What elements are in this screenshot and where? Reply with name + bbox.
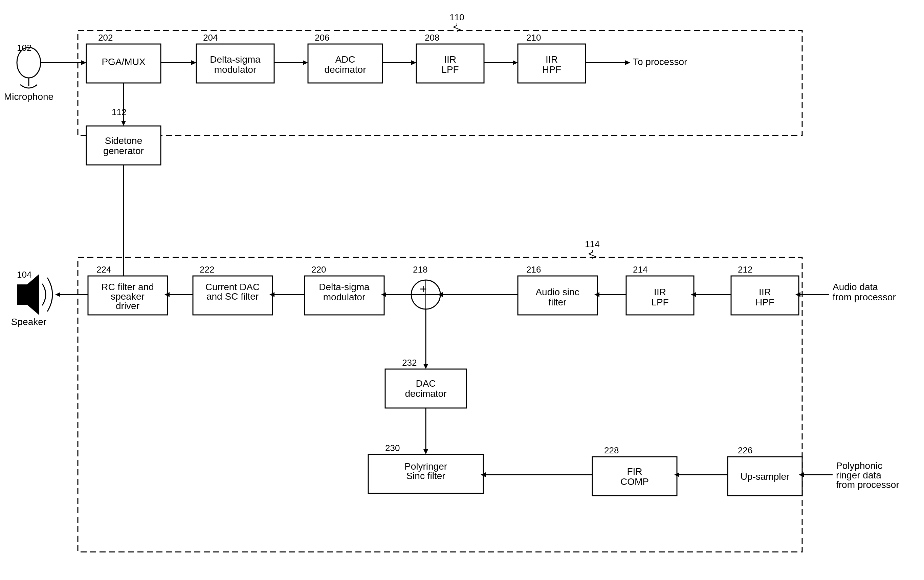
fir-comp-label2: COMP xyxy=(620,476,649,487)
speaker-body xyxy=(17,284,27,305)
fir-comp-label1: FIR xyxy=(627,466,642,477)
audio-sinc-label2: filter xyxy=(549,297,567,307)
microphone-label: Microphone xyxy=(4,91,53,102)
ref-224: 224 xyxy=(97,264,111,275)
rc-filter-label3: driver xyxy=(116,301,140,311)
arrow-hpf-to-processor-head xyxy=(625,60,630,65)
polyringer-label1: Polyringer xyxy=(404,461,447,472)
arrow-mic-to-pga-head xyxy=(81,60,86,65)
ref-202: 202 xyxy=(98,33,113,43)
ref-222: 222 xyxy=(200,264,214,275)
iir-lpf-top-label2: LPF xyxy=(441,64,459,75)
to-processor-label: To processor xyxy=(633,56,687,67)
ref-232: 232 xyxy=(402,358,417,368)
ref-220: 220 xyxy=(311,264,326,275)
audio-data-label1: Audio data xyxy=(833,282,878,292)
sidetone-label2: generator xyxy=(103,146,144,156)
adc-decimator-label2: decimator xyxy=(325,64,366,75)
iir-lpf-bot-label2: LPF xyxy=(651,297,668,307)
ref-226: 226 xyxy=(738,445,752,455)
iir-hpf-bot-label2: HPF xyxy=(755,297,774,307)
current-dac-label2: and SC filter xyxy=(206,291,258,302)
arrow-pga-to-dsm-head xyxy=(191,60,196,65)
arrow-adc-to-iir-lpf-head xyxy=(411,60,416,65)
ref-114: 114 xyxy=(585,239,599,249)
arrow-rc-to-speaker-head xyxy=(55,292,60,297)
iir-hpf-bot-label1: IIR xyxy=(759,287,771,297)
ref-230: 230 xyxy=(385,443,400,453)
audio-sinc-label1: Audio sinc xyxy=(536,287,579,297)
speaker-label: Speaker xyxy=(11,316,46,327)
arrow-iir-lpf-to-hpf-head xyxy=(513,60,518,65)
ref-228: 228 xyxy=(604,445,619,455)
sidetone-label1: Sidetone xyxy=(105,135,143,146)
polyringer-label2: Sinc filter xyxy=(406,471,445,481)
ref-216: 216 xyxy=(526,264,541,275)
rc-filter-label2: speaker xyxy=(111,291,145,302)
ref-204: 204 xyxy=(203,33,218,43)
delta-sigma-top-label2: modulator xyxy=(214,64,256,75)
iir-lpf-bot-label1: IIR xyxy=(654,287,666,297)
audio-data-label2: from processor xyxy=(833,292,896,302)
ref-112: 112 xyxy=(112,107,126,117)
delta-sigma-top-label1: Delta-sigma xyxy=(210,54,261,65)
block-diagram-svg: 110 Microphone 102 PGA/MUX 202 Delta-sig… xyxy=(0,0,924,580)
adc-decimator-label1: ADC xyxy=(335,54,355,65)
iir-hpf-top-label2: HPF xyxy=(542,64,561,75)
ref-102: 102 xyxy=(17,43,31,53)
speaker-cone xyxy=(27,274,39,315)
iir-hpf-top-label1: IIR xyxy=(546,54,558,65)
speaker-wave2 xyxy=(48,278,53,311)
arrow-sum-down-head xyxy=(423,364,428,369)
ref-212: 212 xyxy=(738,264,752,275)
current-dac-label1: Current DAC xyxy=(206,282,260,292)
ref-214: 214 xyxy=(633,264,648,275)
up-sampler-label: Up-sampler xyxy=(741,471,790,482)
dac-decimator-label2: decimator xyxy=(405,388,447,399)
poly-ringer-label3: from processor xyxy=(836,479,899,490)
ref-218: 218 xyxy=(413,264,427,275)
ref-210: 210 xyxy=(526,33,541,43)
arrow-pga-down-head xyxy=(121,121,126,126)
dac-decimator-label1: DAC xyxy=(416,378,436,389)
speaker-wave1 xyxy=(42,284,46,305)
svg-text:+: + xyxy=(420,282,427,296)
delta-sigma-bot-label1: Delta-sigma xyxy=(319,282,370,292)
rc-filter-label1: RC filter and xyxy=(101,282,154,292)
poly-ringer-label1: Polyphonic xyxy=(836,460,882,471)
arrow-dsm-to-adc-head xyxy=(303,60,308,65)
ref-110: 110 xyxy=(449,12,464,22)
ref-104: 104 xyxy=(17,270,31,280)
ref-206: 206 xyxy=(315,33,329,43)
arrow-dac-down-head xyxy=(423,449,428,455)
pga-mux-label: PGA/MUX xyxy=(102,56,145,67)
delta-sigma-bot-label2: modulator xyxy=(323,292,365,302)
diagram-container: 110 Microphone 102 PGA/MUX 202 Delta-sig… xyxy=(0,0,924,580)
poly-ringer-label2: ringer data xyxy=(836,470,881,480)
ref-208: 208 xyxy=(425,33,439,43)
iir-lpf-top-label1: IIR xyxy=(444,54,456,65)
